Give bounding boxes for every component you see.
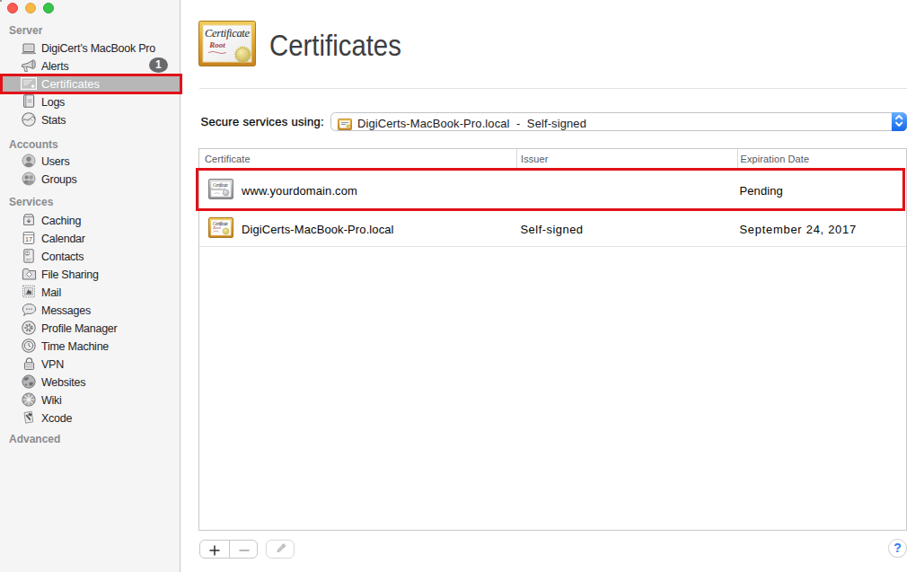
svg-text:Root: Root bbox=[212, 225, 221, 230]
svg-text:Certificate: Certificate bbox=[205, 27, 250, 40]
svg-text:Root: Root bbox=[208, 40, 225, 49]
svg-text:17: 17 bbox=[25, 235, 32, 243]
